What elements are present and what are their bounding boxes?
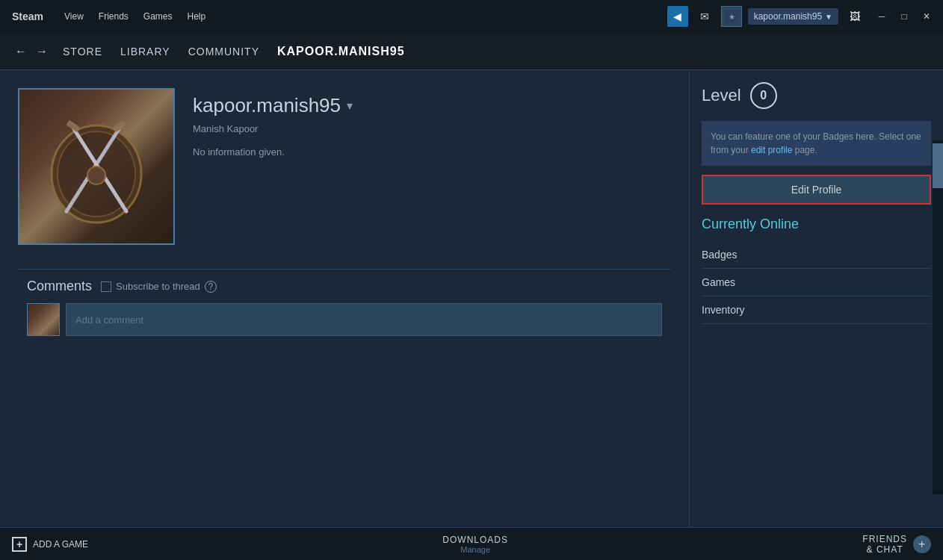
comments-header: Comments Subscribe to thread ? bbox=[27, 279, 662, 294]
scroll-thumb[interactable] bbox=[933, 143, 943, 188]
profile-realname: Manish Kapoor bbox=[193, 123, 671, 134]
subscribe-checkbox[interactable] bbox=[101, 281, 111, 292]
help-icon[interactable]: ? bbox=[205, 281, 217, 293]
content-area: kapoor.manish95 ▾ Manish Kapoor No infor… bbox=[0, 70, 689, 527]
close-button[interactable]: ✕ bbox=[916, 6, 937, 27]
subscribe-label: Subscribe to thread bbox=[116, 281, 200, 292]
right-controls: ◀ ✉ ★ kapoor.manish95 ▼ 🖼 ─ □ ✕ bbox=[667, 6, 937, 27]
nav-bar: ← → STORE LIBRARY COMMUNITY KAPOOR.MANIS… bbox=[0, 33, 943, 70]
level-section: Level 0 bbox=[702, 82, 931, 109]
svg-text:★: ★ bbox=[728, 13, 735, 21]
online-status: Currently Online bbox=[702, 217, 931, 232]
add-game-area[interactable]: + ADD A GAME bbox=[0, 537, 100, 552]
nav-store[interactable]: STORE bbox=[63, 43, 102, 60]
level-label: Level bbox=[702, 86, 741, 105]
username-dropdown[interactable]: kapoor.manish95 ▼ bbox=[748, 8, 838, 25]
friends-chat-label: FRIENDS & CHAT bbox=[862, 534, 907, 555]
comments-title: Comments bbox=[27, 279, 92, 294]
forward-button[interactable]: → bbox=[33, 43, 51, 60]
menu-help[interactable]: Help bbox=[182, 8, 212, 25]
sidebar-link-inventory[interactable]: Inventory bbox=[702, 296, 931, 324]
screenshot-icon[interactable]: 🖼 bbox=[844, 6, 865, 27]
profile-name: kapoor.manish95 ▾ bbox=[193, 94, 671, 117]
profile-bio: No information given. bbox=[193, 146, 671, 158]
steam-logo: Steam bbox=[6, 7, 49, 25]
commenter-avatar bbox=[27, 303, 60, 336]
notifications-icon[interactable]: ✉ bbox=[694, 6, 715, 27]
bottom-center: DOWNLOADS Manage bbox=[100, 535, 850, 554]
avatar-container bbox=[18, 88, 175, 245]
comment-input-area bbox=[27, 303, 662, 336]
comments-section: Comments Subscribe to thread ? bbox=[18, 269, 671, 345]
profile-section: kapoor.manish95 ▾ Manish Kapoor No infor… bbox=[18, 88, 671, 245]
menu-view[interactable]: View bbox=[58, 8, 90, 25]
nav-store-button[interactable]: ◀ bbox=[667, 6, 688, 27]
avatar-image bbox=[19, 90, 173, 243]
add-game-label: ADD A GAME bbox=[33, 539, 88, 550]
nav-arrows: ← → bbox=[12, 43, 51, 60]
scrollbar[interactable] bbox=[933, 140, 943, 494]
menu-bar: View Friends Games Help bbox=[58, 8, 211, 25]
user-badge: ★ bbox=[721, 6, 742, 27]
nav-library[interactable]: LIBRARY bbox=[120, 43, 170, 60]
downloads-label: DOWNLOADS bbox=[100, 535, 850, 545]
friends-chat-area[interactable]: FRIENDS & CHAT + bbox=[850, 534, 943, 555]
downloads-manage-label[interactable]: Manage bbox=[100, 545, 850, 554]
back-button[interactable]: ← bbox=[12, 43, 30, 60]
edit-profile-link[interactable]: edit profile bbox=[751, 145, 792, 155]
title-bar: Steam View Friends Games Help ◀ ✉ ★ kapo… bbox=[0, 0, 943, 33]
nav-community[interactable]: COMMUNITY bbox=[188, 43, 259, 60]
comment-input[interactable] bbox=[66, 303, 662, 336]
sidebar-link-games[interactable]: Games bbox=[702, 269, 931, 296]
nav-links: STORE LIBRARY COMMUNITY KAPOOR.MANISH95 bbox=[63, 42, 931, 61]
profile-info: kapoor.manish95 ▾ Manish Kapoor No infor… bbox=[193, 88, 671, 245]
add-game-icon: + bbox=[12, 537, 27, 552]
friends-plus-button[interactable]: + bbox=[913, 535, 931, 553]
dropdown-chevron-icon: ▼ bbox=[825, 13, 832, 21]
maximize-button[interactable]: □ bbox=[894, 6, 915, 27]
window-controls: ─ □ ✕ bbox=[871, 6, 937, 27]
svg-point-8 bbox=[87, 167, 105, 184]
nav-active-profile[interactable]: KAPOOR.MANISH95 bbox=[277, 42, 405, 61]
level-badge: 0 bbox=[750, 82, 777, 109]
badge-info-box: You can feature one of your Badges here.… bbox=[702, 121, 931, 166]
sidebar: Level 0 You can feature one of your Badg… bbox=[689, 70, 943, 527]
main-content: kapoor.manish95 ▾ Manish Kapoor No infor… bbox=[0, 70, 943, 527]
menu-games[interactable]: Games bbox=[137, 8, 179, 25]
profile-dropdown-icon[interactable]: ▾ bbox=[347, 99, 353, 113]
username-label: kapoor.manish95 bbox=[754, 11, 822, 22]
commenter-avatar-image bbox=[28, 304, 59, 335]
badge-info-text-after: page. bbox=[792, 145, 817, 155]
minimize-button[interactable]: ─ bbox=[871, 6, 892, 27]
bottom-bar: + ADD A GAME DOWNLOADS Manage FRIENDS & … bbox=[0, 527, 943, 560]
edit-profile-button[interactable]: Edit Profile bbox=[702, 175, 931, 205]
sidebar-link-badges[interactable]: Badges bbox=[702, 241, 931, 269]
menu-friends[interactable]: Friends bbox=[93, 8, 135, 25]
subscribe-area: Subscribe to thread ? bbox=[101, 281, 217, 293]
